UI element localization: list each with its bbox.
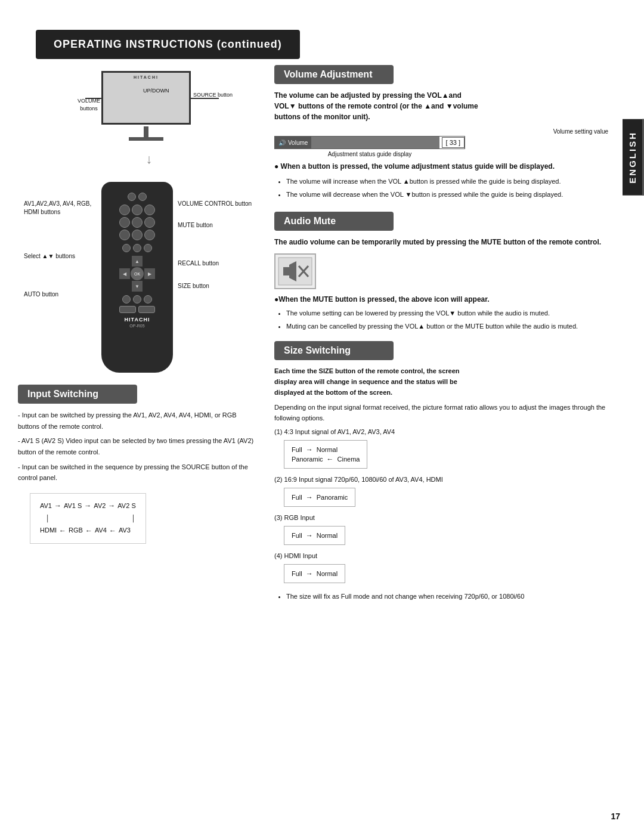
size-flow-2: Full → Panoramic (284, 488, 355, 507)
flow-row-bottom: HDMI ← RGB ← AV4 ← AV3 (40, 525, 136, 538)
right-column: Volume Adjustment The volume can be adju… (268, 65, 626, 608)
remote-num-8[interactable] (132, 230, 143, 240)
flow-av4: AV4 (95, 525, 107, 537)
monitor-diagram: HITACHI VOLUME buttons UP/DOWN (42, 71, 256, 170)
input-switching-bullet-3: - Input can be switched in the sequence … (18, 462, 256, 484)
flow-av2s: AV2 S (117, 500, 135, 512)
dpad-up[interactable]: ▲ (132, 256, 143, 267)
remote-num-6[interactable] (144, 217, 155, 228)
av-buttons-label: AV1,AV2,AV3, AV4, RGB, HDMI buttons (24, 200, 97, 216)
remote-num-9[interactable] (144, 230, 155, 240)
when-btn-prefix: ● (274, 162, 278, 171)
vol-bullet-1: The volume will increase when the VOL ▲b… (286, 176, 626, 187)
remote-num-7[interactable] (119, 230, 130, 240)
option-num-1: (1) (274, 428, 282, 435)
arrow-down: ↓ (146, 151, 153, 167)
svg-marker-2 (289, 261, 296, 281)
size-normal-4: Normal (317, 570, 338, 577)
svg-rect-1 (283, 267, 289, 275)
remote-btn-c[interactable] (144, 295, 152, 304)
input-flow-diagram: AV1 → AV1 S → AV2 → AV2 S │ │ HDMI (30, 493, 146, 544)
remote-num-3[interactable] (144, 205, 155, 215)
remote-btn-mute[interactable] (133, 244, 141, 252)
source-btn-label: SOURCE button (193, 92, 233, 98)
when-btn-text: ● When a button is pressed, the volume a… (274, 162, 626, 171)
option-num-2: (2) (274, 476, 282, 483)
remote-btn-vol-up[interactable] (122, 244, 131, 252)
vol-bar-icon: 🔊 Volume (275, 137, 311, 148)
page-container: OPERATING INSTRUCTIONS (continued) ENGLI… (0, 0, 644, 833)
size-normal-3: Normal (317, 532, 338, 539)
remote-num-1[interactable] (119, 205, 130, 215)
hitachi-monitor-label: HITACHI (134, 75, 159, 79)
size-option-4-header: (4) HDMI Input (274, 552, 626, 559)
mute-icon-box (274, 253, 316, 289)
dpad-left[interactable]: ◀ (119, 268, 130, 279)
input-switching-header: Input Switching (18, 385, 137, 404)
vol-bar-value: [ 33 ] (442, 137, 465, 148)
when-mute-strong: When the MUTE button is pressed, the abo… (278, 295, 489, 304)
remote-num-4[interactable] (119, 217, 130, 228)
mute-btn-label: MUTE button (178, 220, 256, 231)
size-switching-section: Size Switching Each time the SIZE button… (274, 341, 626, 602)
volume-bold-text: The volume can be adjusted by pressing t… (274, 90, 626, 122)
size-option-2-header: (2) 16:9 Input signal 720p/60, 1080i/60 … (274, 476, 626, 483)
remote-btn-d[interactable] (119, 306, 136, 313)
remote-area: AV1,AV2,AV3, AV4, RGB, HDMI buttons Sele… (24, 182, 256, 373)
size-full-4: Full (292, 570, 302, 577)
dpad-right[interactable]: ▶ (144, 268, 155, 279)
when-mute-text: ●When the MUTE button is pressed, the ab… (274, 295, 626, 304)
volume-display: Volume setting value 🔊 Volume [ 33 ] Adj… (274, 128, 626, 157)
remote-btn-a[interactable] (122, 295, 131, 304)
remote-btn-b[interactable] (133, 295, 141, 304)
input-switching-bullet-2: - AV1 S (AV2 S) Video input can be selec… (18, 435, 256, 457)
option-num-3: (3) (274, 514, 282, 521)
audio-mute-bullets: The volume setting can be lowered by pre… (274, 308, 626, 332)
remote-brand-label: HITACHI (106, 317, 168, 323)
option-label-1: 4:3 Input signal of AV1, AV2, AV3, AV4 (284, 428, 395, 435)
size-full-3: Full (292, 532, 302, 539)
dpad-ok[interactable]: OK (131, 267, 144, 280)
remote-btn-vol-down[interactable] (144, 244, 152, 252)
page-header: OPERATING INSTRUCTIONS (continued) (36, 30, 300, 59)
size-option-3-header: (3) RGB Input (274, 514, 626, 521)
option-label-3: RGB Input (284, 514, 315, 521)
remote-btn-e[interactable] (138, 306, 155, 313)
volume-btn-label: VOLUME buttons (78, 97, 100, 112)
flow-av3: AV3 (119, 525, 131, 537)
size-footer-bullet-list: The size will fix as Full mode and not c… (274, 592, 626, 602)
remote-num-2[interactable] (132, 205, 143, 215)
vol-setting-label: Volume setting value (274, 128, 608, 135)
dpad-down[interactable]: ▼ (132, 281, 143, 292)
audio-mute-header: Audio Mute (274, 212, 394, 231)
input-switching-section: Input Switching - Input can be switched … (18, 385, 256, 544)
remote-btn-1[interactable] (128, 193, 136, 201)
size-flow-1-line1: Full → Normal (292, 445, 360, 454)
volume-section: Volume Adjustment The volume can be adju… (274, 65, 626, 200)
adj-status-label: Adjustment status guide display (274, 151, 465, 157)
remote-model-label: OP-R05 (106, 324, 168, 328)
size-flow-1: Full → Normal Panoramic ← Cinema (284, 440, 367, 469)
vol-bullet-list: The volume will increase when the VOL ▲b… (274, 176, 626, 200)
input-switching-bullet-1: - Input can be switched by pressing the … (18, 410, 256, 432)
flow-hdmi: HDMI (40, 525, 57, 537)
vol-bullet-2: The volume will decrease when the VOL ▼b… (286, 190, 626, 200)
size-depend-text: Depending on the input signal format rec… (274, 402, 626, 423)
vol-ctrl-label: VOLUME CONTROL button (178, 200, 256, 208)
vol-label: Volume (288, 140, 308, 146)
audio-mute-bullet-2: Muting can be cancelled by pressing the … (286, 321, 626, 332)
remote-num-5[interactable] (132, 217, 143, 228)
main-content: HITACHI VOLUME buttons UP/DOWN (0, 59, 644, 608)
size-panoramic-1: Panoramic (292, 456, 323, 463)
page-number: 17 (611, 812, 620, 821)
audio-mute-bold-text: The audio volume can be temporarily mute… (274, 237, 626, 247)
size-flow-3-line1: Full → Normal (292, 531, 338, 540)
recall-btn-label: RECALL button (178, 258, 256, 269)
select-buttons-label: Select ▲▼ buttons (24, 252, 97, 261)
left-column: HITACHI VOLUME buttons UP/DOWN (18, 65, 268, 608)
flow-vertical-left: │ (46, 513, 50, 525)
remote-btn-2[interactable] (138, 193, 147, 201)
audio-mute-bullet-1: The volume setting can be lowered by pre… (286, 308, 626, 319)
vol-bar-container: 🔊 Volume [ 33 ] (274, 136, 465, 149)
size-normal-1: Normal (317, 446, 338, 453)
